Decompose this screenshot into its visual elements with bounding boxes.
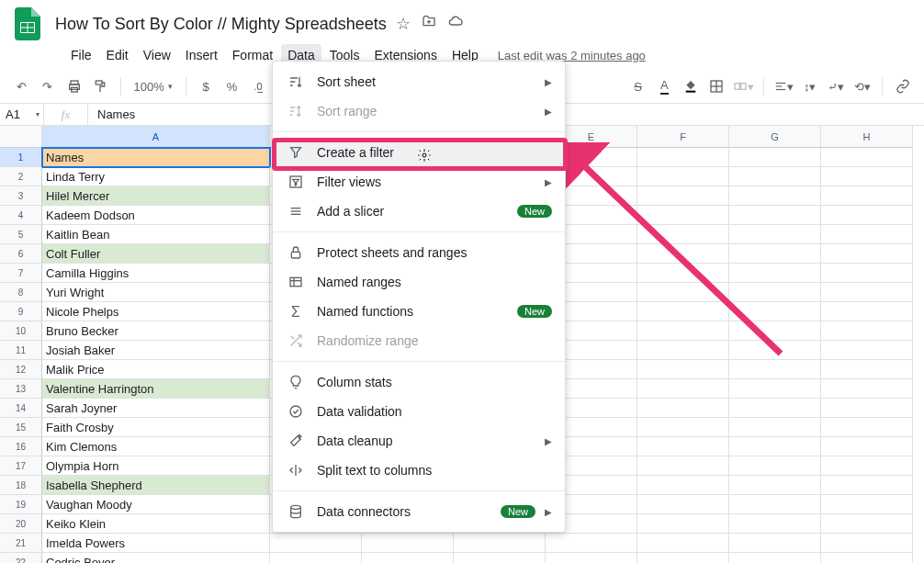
cell[interactable] [821,553,913,563]
print-button[interactable] [63,75,85,97]
row-header[interactable]: 2 [0,167,42,186]
cell[interactable] [821,341,913,360]
cell[interactable]: Names [42,148,270,167]
col-header-A[interactable]: A [42,126,270,148]
row-header[interactable]: 16 [0,437,42,456]
cell[interactable] [729,437,821,456]
cell[interactable] [362,553,454,563]
wrap-button[interactable]: ⤶▾ [826,75,847,97]
merge-button[interactable]: ▾ [733,75,754,97]
row-header[interactable]: 17 [0,456,42,476]
star-icon[interactable]: ☆ [396,14,411,34]
cell[interactable]: Kim Clemons [42,437,270,456]
cell[interactable] [821,225,913,244]
row-header[interactable]: 9 [0,302,42,321]
row-header[interactable]: 14 [0,399,42,418]
cell[interactable] [362,534,454,553]
cell[interactable] [821,534,913,553]
cell[interactable] [637,495,729,514]
row-header[interactable]: 10 [0,321,42,341]
cell[interactable]: Vaughan Moody [42,495,270,514]
cell[interactable] [637,379,729,399]
row-header[interactable]: 4 [0,206,42,225]
row-header[interactable]: 8 [0,283,42,302]
valign-button[interactable]: ↕▾ [799,75,820,97]
cell[interactable] [729,514,821,534]
cell[interactable] [821,437,913,456]
menu-item-protect-sheets-and-ranges[interactable]: Protect sheets and ranges [273,238,565,267]
cell[interactable]: Keiko Klein [42,514,270,534]
cell[interactable] [821,418,913,437]
cell[interactable]: Camilla Higgins [42,264,270,283]
menu-item-sort-sheet[interactable]: Sort sheet▶ [273,67,565,96]
cell[interactable] [729,476,821,495]
menu-item-filter-views[interactable]: Filter views▶ [273,167,565,197]
cell[interactable] [821,399,913,418]
cell[interactable]: Josiah Baker [42,341,270,360]
row-header[interactable]: 15 [0,418,42,437]
zoom-select[interactable]: 100% ▾ [130,80,176,94]
cell[interactable]: Faith Crosby [42,418,270,437]
select-all-corner[interactable] [0,126,42,148]
cell[interactable]: Hilel Mercer [42,186,270,206]
menu-file[interactable]: File [64,44,98,66]
cell[interactable] [729,399,821,418]
cell[interactable] [637,534,729,553]
sheets-logo[interactable] [11,7,44,40]
fill-color-button[interactable] [681,75,702,97]
paint-format-button[interactable] [90,75,111,97]
cell[interactable]: Colt Fuller [42,244,270,264]
row-header[interactable]: 1 [0,148,42,167]
cell[interactable] [454,553,546,563]
row-header[interactable]: 6 [0,244,42,264]
row-header[interactable]: 18 [0,476,42,495]
cell[interactable] [821,495,913,514]
strikethrough-button[interactable]: S [627,75,648,97]
cell[interactable] [637,553,729,563]
menu-item-named-functions[interactable]: Named functionsNew [273,297,565,326]
currency-button[interactable]: $ [196,75,217,97]
col-header-H[interactable]: H [821,126,913,148]
cell[interactable] [729,553,821,563]
row-header[interactable]: 19 [0,495,42,514]
text-color-button[interactable]: A [654,75,675,97]
cell[interactable]: Imelda Powers [42,534,270,553]
cell[interactable]: Bruno Becker [42,321,270,341]
cell[interactable]: Kadeem Dodson [42,206,270,225]
row-header[interactable]: 20 [0,514,42,534]
menu-view[interactable]: View [137,44,177,66]
menu-edit[interactable]: Edit [100,44,135,66]
cell[interactable] [821,167,913,186]
cell[interactable] [637,456,729,476]
row-header[interactable]: 7 [0,264,42,283]
cloud-icon[interactable] [447,14,464,34]
row-header[interactable]: 5 [0,225,42,244]
rotate-button[interactable]: ⟲▾ [852,75,873,97]
decrease-decimal-button[interactable]: .0̲ [248,75,269,97]
menu-item-data-connectors[interactable]: Data connectorsNew▶ [273,497,565,526]
cell[interactable]: Sarah Joyner [42,399,270,418]
menu-item-data-cleanup[interactable]: Data cleanup▶ [273,426,565,456]
cell[interactable] [637,514,729,534]
cell[interactable] [821,321,913,341]
cell[interactable] [729,379,821,399]
cell[interactable] [821,514,913,534]
move-icon[interactable] [422,14,436,34]
menu-item-data-validation[interactable]: Data validation [273,397,565,426]
doc-title[interactable]: How To Sort By Color // Mighty Spreadshe… [55,15,387,34]
name-box[interactable]: A1 [0,104,44,125]
cell[interactable]: Cedric Boyer [42,553,270,563]
cell[interactable]: Malik Price [42,360,270,379]
undo-button[interactable]: ↶ [11,75,32,97]
link-button[interactable] [892,75,913,97]
cell[interactable] [821,456,913,476]
cell[interactable] [821,379,913,399]
cell[interactable]: Linda Terry [42,167,270,186]
halign-button[interactable]: ▾ [773,75,794,97]
row-header[interactable]: 21 [0,534,42,553]
cell[interactable] [729,418,821,437]
cell[interactable] [729,495,821,514]
cell[interactable]: Nicole Phelps [42,302,270,321]
row-header[interactable]: 22 [0,553,42,563]
menu-insert[interactable]: Insert [179,44,224,66]
